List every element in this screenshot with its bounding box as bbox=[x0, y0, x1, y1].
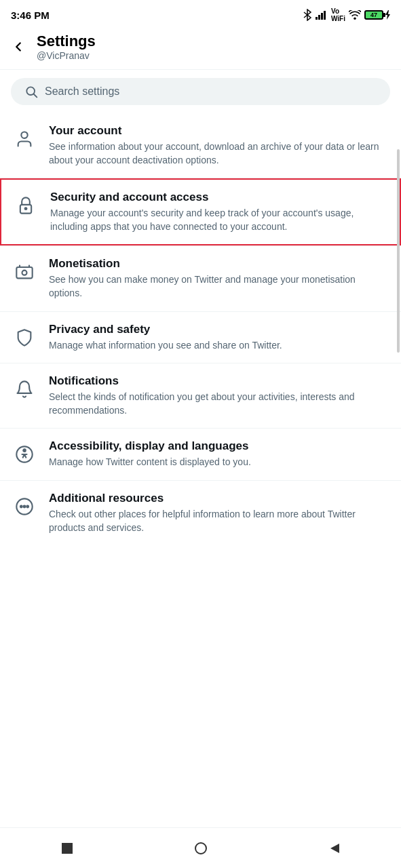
svg-rect-5 bbox=[324, 11, 326, 20]
charging-icon bbox=[385, 10, 390, 20]
svg-point-17 bbox=[24, 506, 26, 508]
settings-item-content-security-account-access: Security and account access Manage your … bbox=[50, 191, 389, 233]
bottom-nav bbox=[0, 827, 401, 868]
settings-list: Your account See information about your … bbox=[0, 113, 401, 545]
settings-item-desc-accessibility: Manage how Twitter content is displayed … bbox=[49, 456, 390, 469]
status-time: 3:46 PM bbox=[11, 9, 50, 21]
svg-point-16 bbox=[20, 506, 22, 508]
settings-item-desc-additional-resources: Check out other places for helpful infor… bbox=[49, 508, 390, 534]
settings-item-content-accessibility: Accessibility, display and languages Man… bbox=[49, 439, 390, 469]
search-bar-wrap: Search settings bbox=[0, 70, 401, 113]
svg-point-14 bbox=[23, 450, 26, 452]
settings-item-desc-security-account-access: Manage your account's security and keep … bbox=[50, 207, 389, 233]
settings-item-security-account-access[interactable]: Security and account access Manage your … bbox=[0, 178, 401, 245]
svg-rect-3 bbox=[318, 15, 320, 20]
svg-marker-21 bbox=[330, 844, 339, 853]
settings-item-additional-resources[interactable]: Additional resources Check out other pla… bbox=[0, 481, 401, 545]
settings-item-title-accessibility: Accessibility, display and languages bbox=[49, 439, 390, 453]
page-title: Settings bbox=[37, 33, 96, 50]
nav-circle-button[interactable] bbox=[184, 831, 218, 865]
svg-rect-2 bbox=[316, 17, 318, 20]
search-placeholder: Search settings bbox=[45, 85, 119, 98]
header: Settings @VicPranav bbox=[0, 27, 401, 69]
settings-item-content-privacy-safety: Privacy and safety Manage what informati… bbox=[49, 323, 390, 353]
svg-rect-4 bbox=[321, 13, 323, 20]
wifi-icon bbox=[349, 10, 361, 20]
lock-icon bbox=[12, 192, 39, 219]
settings-item-privacy-safety[interactable]: Privacy and safety Manage what informati… bbox=[0, 312, 401, 363]
vowifi-icon: VoWiFi bbox=[331, 7, 345, 22]
accessibility-icon bbox=[11, 441, 38, 468]
square-icon bbox=[60, 842, 74, 855]
triangle-icon bbox=[327, 841, 342, 856]
bluetooth-icon bbox=[303, 9, 312, 21]
battery-container: 47 bbox=[364, 10, 390, 20]
status-icons: VoWiFi 47 bbox=[303, 7, 390, 22]
settings-item-desc-monetisation: See how you can make money on Twitter an… bbox=[49, 273, 390, 300]
more-icon bbox=[11, 493, 38, 520]
settings-item-your-account[interactable]: Your account See information about your … bbox=[0, 113, 401, 178]
svg-point-10 bbox=[25, 208, 27, 210]
settings-item-title-privacy-safety: Privacy and safety bbox=[49, 323, 390, 336]
nav-back-button[interactable] bbox=[318, 831, 351, 865]
circle-icon bbox=[193, 841, 208, 856]
svg-line-7 bbox=[34, 94, 37, 98]
settings-item-title-notifications: Notifications bbox=[49, 374, 390, 388]
nav-square-button[interactable] bbox=[50, 831, 84, 865]
battery-icon: 47 bbox=[364, 10, 383, 20]
account-handle: @VicPranav bbox=[37, 50, 96, 61]
svg-rect-19 bbox=[62, 843, 73, 854]
settings-item-content-additional-resources: Additional resources Check out other pla… bbox=[49, 492, 390, 534]
signal-icon bbox=[316, 10, 328, 20]
settings-item-notifications[interactable]: Notifications Select the kinds of notifi… bbox=[0, 363, 401, 428]
settings-item-title-monetisation: Monetisation bbox=[49, 257, 390, 271]
search-icon bbox=[24, 85, 38, 98]
settings-item-content-notifications: Notifications Select the kinds of notifi… bbox=[49, 374, 390, 417]
settings-item-accessibility[interactable]: Accessibility, display and languages Man… bbox=[0, 429, 401, 480]
status-bar: 3:46 PM VoWiFi 47 bbox=[0, 0, 401, 27]
svg-point-20 bbox=[195, 843, 206, 854]
search-bar[interactable]: Search settings bbox=[11, 78, 390, 105]
account-icon bbox=[11, 125, 38, 153]
settings-item-content-your-account: Your account See information about your … bbox=[49, 124, 390, 167]
shield-icon bbox=[11, 324, 38, 351]
svg-point-18 bbox=[26, 506, 28, 508]
svg-point-12 bbox=[22, 271, 27, 275]
settings-item-title-additional-resources: Additional resources bbox=[49, 492, 390, 505]
settings-item-desc-notifications: Select the kinds of notification you get… bbox=[49, 391, 390, 417]
svg-rect-11 bbox=[16, 267, 32, 278]
back-button[interactable] bbox=[11, 39, 26, 54]
svg-point-8 bbox=[21, 132, 27, 138]
settings-item-title-security-account-access: Security and account access bbox=[50, 191, 389, 204]
money-icon bbox=[11, 258, 38, 285]
settings-item-desc-privacy-safety: Manage what information you see and shar… bbox=[49, 339, 390, 353]
settings-item-desc-your-account: See information about your account, down… bbox=[49, 140, 390, 167]
settings-item-content-monetisation: Monetisation See how you can make money … bbox=[49, 257, 390, 300]
bell-icon bbox=[11, 376, 38, 403]
header-title-block: Settings @VicPranav bbox=[37, 33, 96, 61]
scrollbar[interactable] bbox=[397, 149, 400, 353]
battery-level: 47 bbox=[370, 12, 377, 18]
settings-item-title-your-account: Your account bbox=[49, 124, 390, 138]
settings-item-monetisation[interactable]: Monetisation See how you can make money … bbox=[0, 246, 401, 311]
